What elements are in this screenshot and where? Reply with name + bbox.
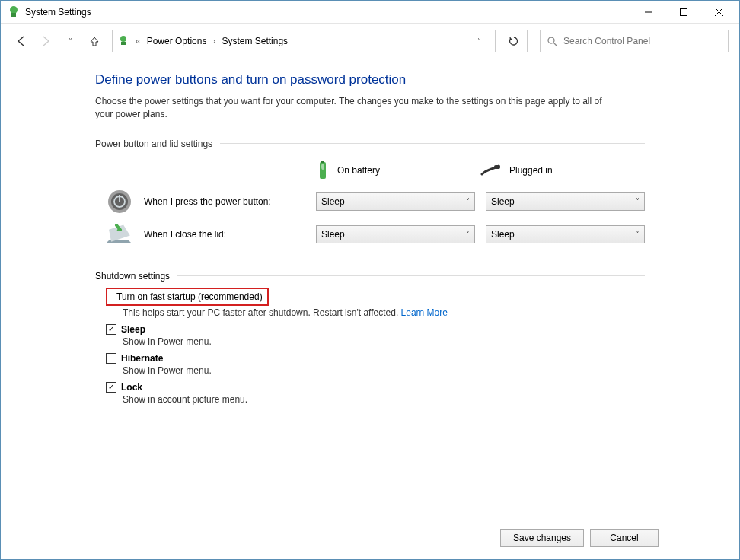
power-button-icon [107,189,132,215]
svg-rect-3 [681,8,687,15]
chevron-down-icon: ˅ [636,230,640,238]
checkbox-subtext: Show in Power menu. [106,336,645,347]
svg-point-0 [10,6,18,14]
svg-rect-7 [121,42,126,45]
learn-more-link[interactable]: Learn More [401,307,448,318]
select-lid-plugged[interactable]: Sleep ˅ [486,225,645,243]
checkbox-hibernate[interactable] [106,353,116,364]
titlebar: System Settings [1,1,739,24]
recent-button[interactable]: ˅ [60,31,80,51]
highlight-box: Turn on fast startup (recommended) [106,288,269,306]
shutdown-item-hibernate: Hibernate Show in Power menu. [95,353,645,376]
footer-buttons: Save changes Cancel [500,529,659,547]
minimize-button[interactable] [631,2,666,23]
chevron-down-icon: ˅ [466,197,470,205]
select-value: Sleep [321,229,345,240]
row-power-button: When I press the power button: Sleep ˅ S… [95,189,645,215]
section-heading-label: Power button and lid settings [95,138,212,149]
chevron-down-icon: ˅ [636,197,640,205]
checkbox-label: Turn on fast startup (recommended) [116,291,263,302]
close-button[interactable] [701,2,736,23]
svg-rect-11 [321,161,324,163]
search-input[interactable] [563,36,722,46]
checkbox-subtext: This helps start your PC faster after sh… [106,307,645,318]
shutdown-item-faststartup: Turn on fast startup (recommended) This … [95,288,645,318]
content-area: Define power buttons and turn on passwor… [1,59,739,405]
divider [220,143,645,144]
section-heading-label: Shutdown settings [95,271,170,282]
address-bar[interactable]: « Power Options › System Settings ˅ [112,30,496,52]
cancel-button[interactable]: Cancel [590,529,659,547]
breadcrumb-label: System Settings [222,36,288,46]
col-label: Plugged in [509,165,553,176]
breadcrumb-label: Power Options [147,36,207,46]
select-power-battery[interactable]: Sleep ˅ [316,192,475,211]
page-description: Choose the power settings that you want … [95,95,613,122]
refresh-button[interactable] [500,30,528,52]
svg-point-6 [120,36,126,42]
toolbar: ˅ « Power Options › System Settings ˅ [1,24,739,59]
row-lid: When I close the lid: Sleep ˅ Sleep ˅ [95,224,645,245]
checkbox-label: Hibernate [121,353,163,364]
lid-icon [106,224,133,245]
col-plugged: Plugged in [480,160,645,181]
checkbox-sleep[interactable]: ✓ [106,324,116,335]
search-box[interactable] [540,30,729,52]
shutdown-item-sleep: ✓ Sleep Show in Power menu. [95,324,645,347]
svg-rect-13 [494,165,500,169]
search-icon [547,36,557,46]
section-heading-shutdown: Shutdown settings [95,271,645,282]
chevron-left-icon: « [136,36,141,46]
battery-icon [316,160,330,181]
save-button[interactable]: Save changes [500,529,584,547]
svg-line-9 [553,43,557,46]
app-icon [7,5,21,19]
col-battery: On battery [316,160,480,181]
select-lid-battery[interactable]: Sleep ˅ [316,225,475,243]
svg-rect-1 [11,13,16,17]
forward-button[interactable] [36,31,56,51]
svg-point-12 [321,164,324,170]
address-dropdown[interactable]: ˅ [467,30,490,52]
chevron-down-icon: ˅ [466,230,470,238]
row-label: When I press the power button: [144,196,316,207]
select-power-plugged[interactable]: Sleep ˅ [486,192,645,211]
breadcrumb-item[interactable]: Power Options › [147,36,216,46]
maximize-button[interactable] [666,2,701,23]
checkbox-subtext: Show in account picture menu. [106,394,645,405]
up-button[interactable] [85,31,104,51]
back-button[interactable] [11,31,31,51]
select-value: Sleep [491,196,515,207]
select-value: Sleep [321,196,345,207]
checkbox-subtext: Show in Power menu. [106,365,645,376]
chevron-right-icon: › [212,36,215,46]
window-title: System Settings [25,7,631,18]
plug-icon [480,164,502,177]
checkbox-label: Lock [121,382,142,393]
select-value: Sleep [491,229,515,240]
shutdown-item-lock: ✓ Lock Show in account picture menu. [95,382,645,405]
svg-point-8 [548,37,554,43]
breadcrumb-item[interactable]: System Settings [222,36,288,46]
section-heading-power: Power button and lid settings [95,138,645,149]
row-label: When I close the lid: [144,229,316,240]
checkbox-lock[interactable]: ✓ [106,382,116,393]
page-title: Define power buttons and turn on passwor… [95,72,645,88]
control-panel-icon [117,35,129,47]
checkbox-label: Sleep [121,324,145,335]
column-headers: On battery Plugged in [95,160,645,181]
divider [177,275,645,276]
col-label: On battery [337,165,380,176]
